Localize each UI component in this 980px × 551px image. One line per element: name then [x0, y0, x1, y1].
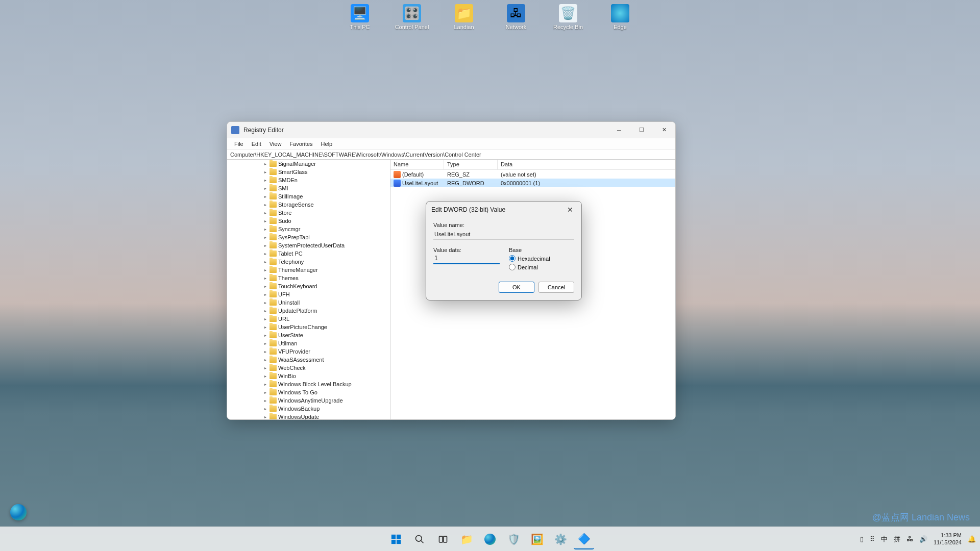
header-name[interactable]: Name — [390, 160, 444, 169]
address-input[interactable] — [230, 152, 672, 158]
expand-arrow-icon[interactable]: ▸ — [263, 349, 268, 354]
cancel-button[interactable]: Cancel — [538, 282, 574, 293]
expand-arrow-icon[interactable]: ▸ — [263, 398, 268, 403]
edge-floating-icon[interactable] — [10, 504, 27, 520]
tree-item[interactable]: ▸Store — [227, 209, 390, 217]
expand-arrow-icon[interactable]: ▸ — [263, 178, 268, 183]
header-data[interactable]: Data — [498, 160, 675, 169]
expand-arrow-icon[interactable]: ▸ — [263, 227, 268, 232]
menu-edit[interactable]: Edit — [248, 139, 265, 148]
settings-button[interactable]: ⚙️ — [550, 529, 571, 549]
tree-item[interactable]: ▸TouchKeyboard — [227, 282, 390, 290]
ime-indicator-2[interactable]: 拼 — [894, 535, 900, 544]
network-icon[interactable]: 🖧 — [906, 535, 913, 543]
desktop-icon-recycle-bin[interactable]: 🗑️Recycle Bin — [550, 4, 586, 30]
tree-item[interactable]: ▸Tablet PC — [227, 249, 390, 258]
expand-arrow-icon[interactable]: ▸ — [263, 260, 268, 264]
tree-item[interactable]: ▸Windows To Go — [227, 388, 390, 396]
expand-arrow-icon[interactable]: ▸ — [263, 309, 268, 313]
app-button-1[interactable]: 🖼️ — [527, 529, 547, 549]
search-button[interactable] — [409, 529, 430, 549]
expand-arrow-icon[interactable]: ▸ — [263, 300, 268, 305]
radio-hexadecimal[interactable] — [509, 255, 516, 262]
expand-arrow-icon[interactable]: ▸ — [263, 162, 268, 166]
tree-item[interactable]: ▸SmartGlass — [227, 168, 390, 176]
desktop-icon-this-pc[interactable]: 🖥️This PC — [342, 4, 378, 30]
expand-arrow-icon[interactable]: ▸ — [263, 407, 268, 411]
volume-icon[interactable]: 🔊 — [919, 535, 927, 543]
expand-arrow-icon[interactable]: ▸ — [263, 252, 268, 256]
tray-grid-icon[interactable]: ⠿ — [870, 535, 875, 543]
expand-arrow-icon[interactable]: ▸ — [263, 292, 268, 297]
tree-item[interactable]: ▸Utilman — [227, 339, 390, 347]
tree-item[interactable]: ▸VFUProvider — [227, 347, 390, 356]
tree-item[interactable]: ▸Windows Block Level Backup — [227, 380, 390, 388]
expand-arrow-icon[interactable]: ▸ — [263, 276, 268, 281]
registry-tree[interactable]: ▸SignalManager▸SmartGlass▸SMDEn▸SMI▸Stil… — [227, 160, 390, 419]
tray-bookmark-icon[interactable]: ▯ — [860, 535, 864, 543]
radio-decimal[interactable] — [509, 264, 516, 270]
tree-item[interactable]: ▸ThemeManager — [227, 266, 390, 274]
tree-item[interactable]: ▸WindowsBackup — [227, 405, 390, 413]
tree-item[interactable]: ▸SMDEn — [227, 176, 390, 184]
expand-arrow-icon[interactable]: ▸ — [263, 333, 268, 338]
expand-arrow-icon[interactable]: ▸ — [263, 366, 268, 370]
expand-arrow-icon[interactable]: ▸ — [263, 341, 268, 346]
minimize-button[interactable]: ─ — [608, 122, 630, 138]
expand-arrow-icon[interactable]: ▸ — [263, 203, 268, 207]
tree-item[interactable]: ▸SMI — [227, 184, 390, 192]
tree-item[interactable]: ▸WindowsUpdate — [227, 413, 390, 419]
desktop-icon-edge[interactable]: Edge — [602, 4, 638, 30]
tree-item[interactable]: ▸WaaSAssessment — [227, 356, 390, 364]
tree-item[interactable]: ▸WindowsAnytimeUpgrade — [227, 396, 390, 405]
expand-arrow-icon[interactable]: ▸ — [263, 219, 268, 223]
task-view-button[interactable] — [433, 529, 453, 549]
desktop-icon-control-panel[interactable]: 🎛️Control Panel — [394, 4, 430, 30]
expand-arrow-icon[interactable]: ▸ — [263, 194, 268, 199]
title-bar[interactable]: Registry Editor ─ ☐ ✕ — [227, 122, 675, 138]
tree-item[interactable]: ▸URL — [227, 315, 390, 323]
security-button[interactable]: 🛡️ — [503, 529, 524, 549]
tree-item[interactable]: ▸WinBio — [227, 372, 390, 380]
tree-item[interactable]: ▸Uninstall — [227, 298, 390, 307]
expand-arrow-icon[interactable]: ▸ — [263, 374, 268, 379]
tree-item[interactable]: ▸Telephony — [227, 258, 390, 266]
expand-arrow-icon[interactable]: ▸ — [263, 317, 268, 321]
value-data-input[interactable] — [433, 253, 500, 264]
menu-favorites[interactable]: Favorites — [285, 139, 316, 148]
dialog-title-bar[interactable]: Edit DWORD (32-bit) Value ✕ — [426, 202, 581, 218]
dialog-close-button[interactable]: ✕ — [564, 206, 576, 214]
tree-item[interactable]: ▸Syncmgr — [227, 225, 390, 233]
maximize-button[interactable]: ☐ — [630, 122, 653, 138]
tree-item[interactable]: ▸UserState — [227, 331, 390, 339]
close-button[interactable]: ✕ — [653, 122, 675, 138]
tree-item[interactable]: ▸UpdatePlatform — [227, 307, 390, 315]
expand-arrow-icon[interactable]: ▸ — [263, 243, 268, 248]
clock[interactable]: 1:33 PM 11/15/2024 — [934, 532, 962, 545]
menu-help[interactable]: Help — [317, 139, 337, 148]
notifications-icon[interactable]: 🔔 — [968, 535, 976, 543]
expand-arrow-icon[interactable]: ▸ — [263, 211, 268, 215]
ime-indicator-1[interactable]: 中 — [881, 535, 888, 544]
expand-arrow-icon[interactable]: ▸ — [263, 235, 268, 240]
desktop-icon-network[interactable]: 🖧Network — [498, 4, 534, 30]
tree-item[interactable]: ▸UFH — [227, 290, 390, 298]
list-row[interactable]: (Default)REG_SZ(value not set) — [390, 170, 675, 179]
tree-item[interactable]: ▸Sudo — [227, 217, 390, 225]
menu-file[interactable]: File — [230, 139, 248, 148]
tree-item[interactable]: ▸StorageSense — [227, 201, 390, 209]
expand-arrow-icon[interactable]: ▸ — [263, 390, 268, 395]
tree-item[interactable]: ▸SysPrepTapi — [227, 233, 390, 241]
tree-item[interactable]: ▸Themes — [227, 274, 390, 282]
tree-item[interactable]: ▸UserPictureChange — [227, 323, 390, 331]
tree-item[interactable]: ▸SystemProtectedUserData — [227, 241, 390, 249]
menu-view[interactable]: View — [265, 139, 286, 148]
edge-button[interactable] — [480, 529, 500, 549]
expand-arrow-icon[interactable]: ▸ — [263, 358, 268, 362]
explorer-button[interactable]: 📁 — [456, 529, 477, 549]
tree-item[interactable]: ▸WebCheck — [227, 364, 390, 372]
list-row[interactable]: UseLiteLayoutREG_DWORD0x00000001 (1) — [390, 179, 675, 187]
expand-arrow-icon[interactable]: ▸ — [263, 284, 268, 289]
ok-button[interactable]: OK — [499, 282, 534, 293]
regedit-taskbar[interactable]: 🔷 — [574, 529, 594, 549]
